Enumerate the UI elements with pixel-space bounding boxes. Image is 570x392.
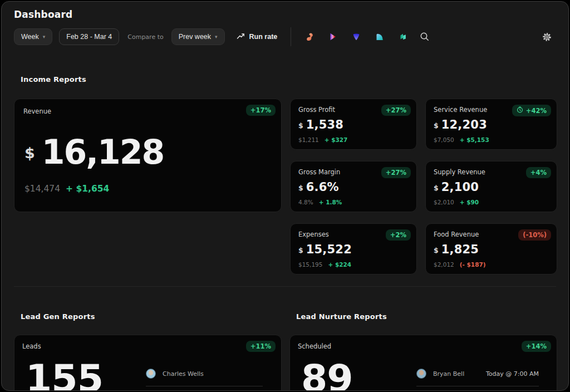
previous-value: $2,010 <box>434 199 454 205</box>
delta-value: + 1.8% <box>319 199 342 205</box>
funnel-blue-icon[interactable] <box>351 32 361 42</box>
card-value: $ 1,538 <box>298 119 409 131</box>
card-value: $ 16,128 <box>24 135 272 169</box>
compare-period-label: Prev week <box>179 33 211 41</box>
trend-badge: +4% <box>526 167 551 178</box>
trend-badge: +42% <box>512 105 551 116</box>
run-rate-button[interactable]: Run rate <box>237 32 278 41</box>
card-label: Scheduled <box>298 342 549 350</box>
page-title: Dashboard <box>14 9 556 20</box>
comparison-row: $14,474 + $1,654 <box>24 184 272 194</box>
quarter-wave-teal-icon[interactable] <box>375 32 385 42</box>
lead-gen-section: Lead Gen Reports Leads +11% 155 Charles … <box>14 287 282 391</box>
lead-nurture-section: Lead Nurture Reports Scheduled +14% 89 B… <box>289 287 557 391</box>
orange-shape-icon[interactable] <box>304 32 315 42</box>
run-rate-label: Run rate <box>249 33 278 41</box>
card-value: $ 2,100 <box>434 181 549 194</box>
trend-badge: (-10%) <box>518 229 551 241</box>
card-value: $ 15,522 <box>298 243 409 256</box>
date-range-label: Feb 28 - Mar 4 <box>66 33 112 41</box>
chevron-down-icon: ▾ <box>215 35 218 40</box>
gross-margin-card[interactable]: Gross Margin +27% $ 6.6% 4.8% + 1.8% <box>290 161 417 212</box>
date-range-button[interactable]: Feb 28 - Mar 4 <box>59 28 119 45</box>
previous-value: 4.8% <box>298 199 313 205</box>
comparison-row: $1,211 + $327 <box>298 136 409 143</box>
revenue-value: 16,128 <box>42 135 164 169</box>
currency-symbol: $ <box>298 246 303 254</box>
leads-card[interactable]: Leads +11% 155 Charles Wells <box>14 335 282 391</box>
previous-value: $15,195 <box>298 261 322 268</box>
comparison-row: $2,010 + $90 <box>434 199 549 205</box>
delta-value: + $224 <box>328 261 351 268</box>
currency-symbol: $ <box>24 144 35 161</box>
person-name: Bryan Bell <box>433 370 464 378</box>
card-value: $ 6.6% <box>298 181 409 194</box>
previous-value: $1,211 <box>298 136 319 143</box>
card-value: $ 12,203 <box>434 119 549 131</box>
comparison-row: $15,195 + $224 <box>298 261 409 268</box>
clock-icon <box>517 106 523 115</box>
currency-symbol: $ <box>434 121 439 130</box>
search-icon[interactable] <box>420 32 430 42</box>
avatar <box>416 369 426 379</box>
dashboard-window: Dashboard Week ▾ Feb 28 - Mar 4 Compare … <box>1 1 569 391</box>
currency-symbol: $ <box>298 121 303 130</box>
trend-badge: +17% <box>246 105 276 116</box>
chevron-down-icon: ▾ <box>43 35 46 40</box>
delta-value: + $327 <box>325 136 348 143</box>
currency-symbol: $ <box>298 184 303 192</box>
service-revenue-card[interactable]: Service Revenue +42% $ 12,203 $7,050 + $… <box>425 99 557 150</box>
card-value: $ 1,825 <box>434 243 549 256</box>
comparison-row: $7,050 + $5,153 <box>434 136 549 143</box>
currency-symbol: $ <box>434 184 439 192</box>
previous-value: $14,474 <box>24 184 60 194</box>
income-cards-grid: Revenue +17% $ 16,128 $14,474 + $1,654 G… <box>14 99 556 275</box>
trending-up-icon <box>237 32 245 41</box>
trend-badge: +2% <box>386 229 411 241</box>
trend-badge: +27% <box>381 105 411 116</box>
comparison-row: $2,012 (- $187) <box>434 261 549 268</box>
person-row: Bryan Bell Today @ 7:00 AM <box>416 369 539 386</box>
revenue-card[interactable]: Revenue +17% $ 16,128 $14,474 + $1,654 <box>14 99 282 212</box>
toolbar: Week ▾ Feb 28 - Mar 4 Compare to Prev we… <box>14 28 556 45</box>
card-label: Revenue <box>23 107 272 115</box>
schedule-time: Today @ 7:00 AM <box>486 370 539 378</box>
card-label: Leads <box>22 342 273 350</box>
trend-badge: +11% <box>246 341 276 352</box>
comparison-row: 4.8% + 1.8% <box>298 199 409 205</box>
food-revenue-card[interactable]: Food Revenue (-10%) $ 1,825 $2,012 (- $1… <box>425 223 557 275</box>
gross-profit-card[interactable]: Gross Profit +27% $ 1,538 $1,211 + $327 <box>290 99 417 150</box>
delta-value: + $90 <box>460 199 479 205</box>
currency-symbol: $ <box>434 246 439 254</box>
period-dropdown[interactable]: Week ▾ <box>14 28 52 45</box>
flag-green-icon[interactable] <box>398 32 408 42</box>
toolbar-divider <box>291 27 291 46</box>
income-reports-title: Income Reports <box>21 75 556 84</box>
trend-badge: +27% <box>381 167 411 178</box>
lead-nurture-reports-title: Lead Nurture Reports <box>296 312 557 321</box>
previous-value: $2,012 <box>434 261 454 268</box>
compare-to-label: Compare to <box>127 33 163 41</box>
lead-gen-reports-title: Lead Gen Reports <box>21 312 282 321</box>
play-gradient-icon[interactable] <box>328 32 338 42</box>
delta-value: + $5,153 <box>460 136 489 143</box>
avatar <box>146 369 156 379</box>
delta-value: (- $187) <box>460 261 486 268</box>
previous-value: $7,050 <box>434 136 454 143</box>
trend-badge: +14% <box>522 341 551 352</box>
compare-period-dropdown[interactable]: Prev week ▾ <box>171 28 225 45</box>
gear-icon[interactable] <box>542 32 552 42</box>
delta-value: + $1,654 <box>66 184 109 194</box>
person-name: Charles Wells <box>163 370 204 378</box>
person-row: Charles Wells <box>146 369 263 386</box>
scheduled-card[interactable]: Scheduled +14% 89 Bryan Bell Today @ 7:0… <box>289 335 557 391</box>
supply-revenue-card[interactable]: Supply Revenue +4% $ 2,100 $2,010 + $90 <box>425 161 557 212</box>
bottom-sections: Lead Gen Reports Leads +11% 155 Charles … <box>14 287 556 391</box>
expenses-card[interactable]: Expenses +2% $ 15,522 $15,195 + $224 <box>290 223 417 275</box>
period-dropdown-label: Week <box>21 33 39 41</box>
